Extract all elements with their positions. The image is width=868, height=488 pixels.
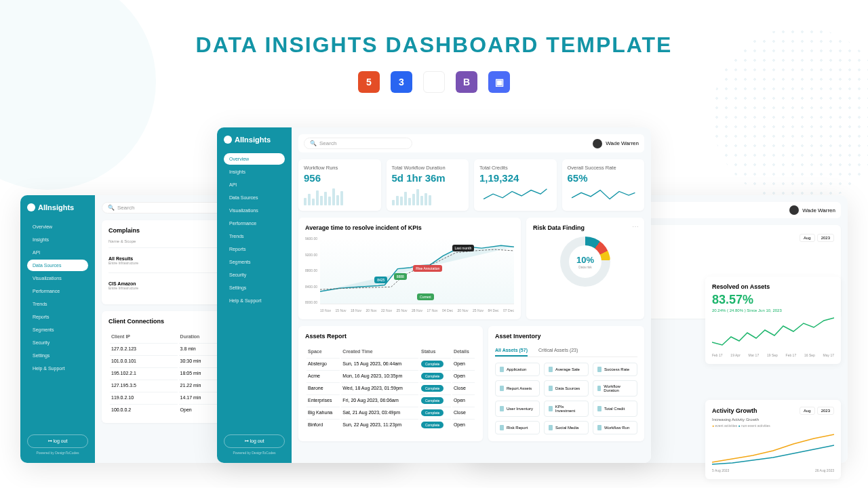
nav-visualizations[interactable]: Visualizations [224, 205, 285, 216]
brand-logo: AIInsights [27, 203, 88, 211]
asset-chip[interactable]: Report Assets [495, 380, 540, 396]
nav-visualizations[interactable]: Visualizations [27, 272, 88, 284]
user-menu[interactable]: Wade Warren [789, 205, 835, 215]
asset-chip[interactable]: KPIs Investment [544, 401, 589, 417]
nav-help[interactable]: Help & Support [224, 295, 285, 306]
framework-icon: ▣ [488, 71, 510, 93]
avg-chart-title: Average time to resolve incident of KPIs [305, 224, 514, 231]
chart-badge: 8425 [374, 277, 387, 283]
html5-icon: 5 [358, 71, 380, 93]
year-dropdown[interactable]: 2023 [817, 234, 834, 242]
css3-icon: 3 [391, 71, 412, 93]
sidebar: AIInsights Overview Insights API Data So… [217, 127, 292, 463]
growth-sub: Increasing Activity Growth [712, 418, 834, 422]
nav-insights[interactable]: Insights [224, 166, 285, 178]
table-row: Big KahunaSat, 21 Aug 2023, 03:49pmCompl… [307, 407, 475, 418]
sparkline [392, 186, 464, 205]
nav-overview[interactable]: Overview [27, 221, 88, 232]
hero-title: DATA INSIGHTS DASHBOARD TEMPLATE [0, 33, 868, 58]
nav-trends[interactable]: Trends [27, 298, 88, 310]
nav-overview[interactable]: Overview [224, 153, 285, 165]
asset-chip[interactable]: Average Sale [544, 363, 589, 376]
nav-help[interactable]: Help & Support [27, 363, 88, 374]
nav-security[interactable]: Security [224, 269, 285, 281]
table-row: BinfordSun, 22 Aug 2023, 11:23pmComplete… [307, 419, 475, 430]
nav-segments[interactable]: Segments [224, 256, 285, 268]
user-menu[interactable]: Wade Warren [593, 139, 639, 148]
nav-insights[interactable]: Insights [27, 234, 88, 245]
nav-performance[interactable]: Performance [27, 285, 88, 297]
nav-settings[interactable]: Settings [27, 350, 88, 361]
brand-logo: AIInsights [224, 136, 285, 144]
tab-critical-assets[interactable]: Critical Assets (23) [538, 345, 578, 357]
nav-api[interactable]: API [27, 247, 88, 258]
asset-chip[interactable]: Risk Report [495, 421, 540, 434]
nav-segments[interactable]: Segments [27, 324, 88, 336]
chart-badge: Last month [452, 245, 475, 251]
complains-row-name: CIS Amazon [108, 281, 138, 286]
nav-trends[interactable]: Trends [224, 230, 285, 242]
kpi-card: Total Credits1,19,324 [474, 159, 557, 211]
chart-badge: Rise Annotation [413, 265, 442, 272]
assets-report-title: Assets Report [305, 333, 476, 340]
resolved-value: 83.57% [712, 293, 834, 307]
nav-data-sources[interactable]: Data Sources [224, 192, 285, 203]
asset-chip[interactable]: Social Media [544, 421, 589, 434]
table-row: AbstergoSun, 15 Aug 2023, 06:44amComplet… [307, 358, 475, 369]
nav-reports[interactable]: Reports [224, 243, 285, 255]
search-input[interactable]: 🔍 Search [304, 138, 412, 149]
chart-badge: Current [417, 293, 434, 300]
powered-by: Powered by DesignToCodes [27, 451, 88, 455]
table-row: EnterprisesFri, 20 Aug 2023, 06:06amComp… [307, 394, 475, 405]
asset-chip[interactable]: Workflow Run [593, 421, 637, 434]
kpi-card: Overall Success Rate65% [562, 159, 645, 211]
nav-security[interactable]: Security [27, 337, 88, 348]
resolved-panel: Resolved on Assets 83.57% 20.24% ( 24.80… [705, 277, 841, 364]
chart-badge: 8888 [394, 273, 407, 280]
asset-chip[interactable]: Data Sources [544, 380, 589, 396]
kpi-card: Workflow Runs956 [298, 159, 381, 211]
avatar [593, 139, 602, 148]
js-icon [423, 71, 445, 93]
table-row: BaroneWed, 18 Aug 2023, 01:59pmCompleteC… [307, 382, 475, 393]
more-icon[interactable]: ⋯ [632, 223, 639, 230]
assets-table: SpaceCreated TimeStatusDetails AbstergoS… [305, 345, 476, 431]
table-row: AcmeMon, 16 Aug 2023, 10:35pmCompleteOpe… [307, 370, 475, 381]
nav-reports[interactable]: Reports [27, 311, 88, 323]
year-dropdown[interactable]: 2023 [817, 407, 834, 415]
nav-data-sources[interactable]: Data Sources [27, 260, 88, 271]
resolved-chart [712, 317, 834, 350]
tab-all-assets[interactable]: All Assets (57) [495, 345, 528, 357]
bootstrap-icon: B [456, 71, 477, 93]
growth-chart [712, 432, 834, 466]
resolved-sub: 20.24% ( 24.80% ) Since Jun 10, 2023 [712, 308, 834, 312]
asset-chip[interactable]: Application [495, 363, 540, 376]
asset-chip[interactable]: User Inventory [495, 401, 540, 417]
logout-button[interactable]: ↦ log out [224, 434, 285, 448]
sparkline [304, 186, 376, 205]
sidebar: AIInsights Overview Insights API Data So… [20, 195, 95, 463]
logout-button[interactable]: ↦ log out [27, 434, 88, 448]
month-dropdown[interactable]: Aug [800, 234, 815, 242]
growth-panel: Activity GrowthAug2023 Increasing Activi… [705, 400, 841, 479]
asset-chip[interactable]: Total Credit [593, 401, 637, 417]
line-chart: 8425 8888 Rise Annotation Last month Cur… [320, 237, 514, 304]
kpi-card: Total Workflow Duration5d 1hr 36m [387, 159, 469, 211]
inventory-title: Asset Inventory [495, 333, 637, 340]
risk-donut: 10%Data risk [560, 237, 610, 287]
nav-settings[interactable]: Settings [224, 282, 285, 293]
risk-title: Risk Data Finding [533, 224, 637, 231]
nav-api[interactable]: API [224, 179, 285, 190]
asset-chip[interactable]: Success Rate [593, 363, 637, 376]
tech-icons: 5 3 B ▣ [0, 71, 868, 93]
powered-by: Powered by DesignToCodes [224, 451, 285, 455]
avatar [789, 205, 799, 215]
nav-performance[interactable]: Performance [224, 218, 285, 229]
month-dropdown[interactable]: Aug [800, 407, 815, 415]
complains-col-name: Name & Scope [108, 239, 136, 243]
complains-row-name: All Results [108, 256, 138, 261]
asset-chip[interactable]: Workflow Duration [593, 380, 637, 396]
